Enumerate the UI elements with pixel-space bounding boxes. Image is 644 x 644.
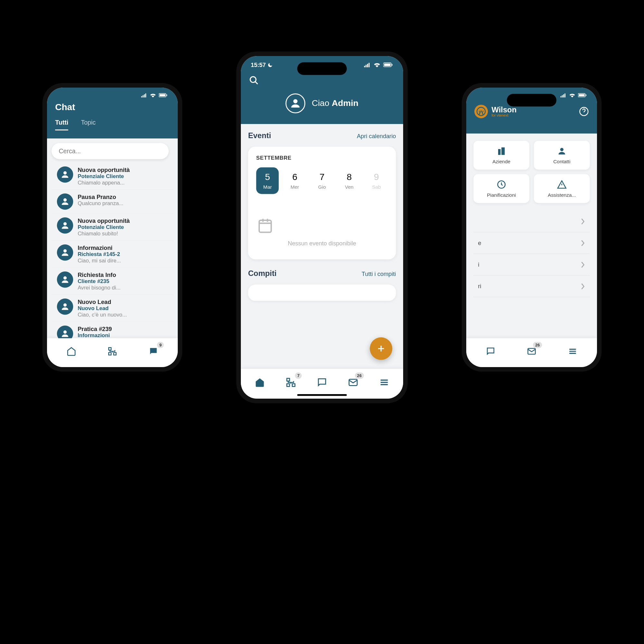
shortcut-alert[interactable]: Assistenza...: [534, 174, 590, 203]
chat-subtitle: Potenziale Cliente: [78, 224, 168, 231]
list-item-label: i: [478, 261, 479, 268]
list-item-label: ri: [478, 283, 481, 289]
chat-avatar: [57, 298, 73, 315]
chat-avatar: [57, 244, 73, 260]
user-avatar[interactable]: [286, 93, 306, 113]
svg-rect-16: [586, 94, 586, 96]
svg-rect-2: [166, 94, 167, 96]
svg-rect-15: [579, 94, 584, 96]
nav-mail[interactable]: 26: [346, 375, 360, 390]
compiti-card: [248, 285, 396, 301]
list-item[interactable]: [473, 211, 590, 232]
svg-rect-29: [259, 220, 271, 232]
tab-tutti[interactable]: Tutti: [55, 119, 68, 130]
structure-icon: [286, 377, 297, 388]
nav-home[interactable]: [253, 375, 267, 390]
chat-row[interactable]: Pratica #239 Informazioni Come sta andan…: [52, 322, 173, 338]
svg-rect-13: [109, 353, 111, 355]
shortcut-clock[interactable]: Pianificazioni: [473, 174, 529, 203]
search-button[interactable]: [249, 75, 259, 85]
day-number: 5: [258, 172, 277, 182]
nav-menu[interactable]: [566, 345, 580, 358]
add-button[interactable]: [370, 337, 392, 360]
calendar-day[interactable]: 6Mer: [283, 167, 306, 194]
day-name: Sab: [367, 184, 386, 190]
month-label: SETTEMBRE: [256, 155, 388, 161]
svg-rect-25: [384, 63, 391, 66]
page-title: Chat: [47, 100, 178, 116]
list-item[interactable]: e: [473, 232, 590, 254]
empty-events: Nessun evento disponibile: [256, 207, 388, 251]
chat-preview: Chiamalo appena...: [78, 180, 168, 186]
chat-row[interactable]: Informazioni Richiesta #145-2 Ciao, mi s…: [52, 241, 173, 268]
shortcut-company[interactable]: Aziende: [473, 141, 529, 170]
phone-right-mock: Wilson for vtenext AziendeContattiPianif…: [462, 83, 601, 372]
chat-title: Richiesta Info: [78, 271, 168, 278]
chat-title: Informazioni: [78, 244, 168, 251]
day-name: Ven: [340, 184, 359, 190]
wilson-logo-icon: [474, 105, 488, 118]
chat-title: Nuovo Lead: [78, 298, 168, 305]
chat-subtitle: Richiesta #145-2: [78, 251, 168, 258]
shortcuts-grid: AziendeContattiPianificazioniAssistenza.…: [473, 141, 590, 203]
chat-row[interactable]: Richiesta Info Cliente #235 Avrei bisogn…: [52, 268, 173, 295]
nav-structure[interactable]: [106, 345, 119, 358]
clock-icon: [497, 180, 507, 190]
tab-topic[interactable]: Topic: [81, 119, 96, 130]
mail-badge: 26: [533, 342, 542, 348]
chat-subtitle: Potenziale Cliente: [78, 173, 168, 180]
person-icon: [557, 146, 567, 156]
chat-title: Pratica #239: [78, 326, 168, 332]
svg-rect-12: [114, 353, 116, 355]
list-item[interactable]: i: [473, 254, 590, 276]
svg-rect-31: [292, 384, 295, 386]
greeting: Ciao Admin: [312, 99, 358, 109]
search-input[interactable]: [52, 143, 169, 159]
calendar-day[interactable]: 8Ven: [338, 167, 361, 194]
chat-title: Nuova opportunità: [78, 166, 168, 173]
nav-chat[interactable]: 9: [147, 345, 160, 358]
chat-subtitle: Informazioni: [78, 332, 168, 338]
chat-row[interactable]: Pausa Pranzo Qualcuno pranza...: [52, 190, 173, 214]
nav-home[interactable]: [64, 345, 78, 358]
nav-structure[interactable]: 7: [284, 375, 298, 390]
shortcut-person[interactable]: Contatti: [534, 141, 590, 170]
phone-left-mock: Chat Tutti Topic Nuova opportunità Poten…: [43, 83, 182, 372]
nav-menu[interactable]: [377, 375, 391, 390]
person-icon: [289, 97, 302, 109]
chat-list: Nuova opportunità Potenziale Cliente Chi…: [52, 159, 173, 338]
chevron-right-icon: [581, 218, 585, 225]
bottom-nav: 9: [47, 338, 178, 367]
day-number: 8: [340, 172, 359, 182]
open-calendar-link[interactable]: Apri calendario: [357, 133, 396, 139]
phone-center-main: 15:57 Ciao Admin: [236, 52, 408, 403]
chat-row[interactable]: Nuovo Lead Nuovo Lead Ciao, c'è un nuovo…: [52, 295, 173, 322]
chat-row[interactable]: Nuova opportunità Potenziale Cliente Chi…: [52, 163, 173, 190]
chat-icon: [317, 377, 327, 388]
calendar-day[interactable]: 5Mar: [256, 167, 279, 194]
help-button[interactable]: [579, 107, 589, 117]
nav-chat[interactable]: [315, 375, 329, 390]
chat-avatar: [57, 326, 73, 338]
chat-preview: Avrei bisogno di...: [78, 285, 168, 291]
svg-point-5: [63, 222, 67, 225]
chat-avatar: [57, 217, 73, 233]
day-number: 9: [367, 172, 386, 182]
svg-point-3: [63, 171, 67, 175]
calendar-day[interactable]: 7Gio: [311, 167, 334, 194]
list-item[interactable]: ri: [473, 276, 590, 297]
compiti-title: Compiti: [248, 269, 277, 278]
chevron-right-icon: [581, 283, 585, 289]
svg-point-4: [63, 198, 67, 202]
nav-chat[interactable]: [484, 345, 497, 358]
nav-mail[interactable]: 26: [525, 345, 538, 358]
calendar-icon: [256, 216, 274, 234]
chat-title: Nuova opportunità: [78, 217, 168, 224]
chat-row[interactable]: Nuova opportunità Potenziale Cliente Chi…: [52, 214, 173, 241]
chat-badge: 9: [157, 342, 164, 348]
svg-rect-26: [392, 64, 393, 66]
brand-sub: for vtenext: [491, 114, 516, 117]
calendar-day[interactable]: 9Sab: [365, 167, 388, 194]
chat-tabs: Tutti Topic: [47, 116, 178, 130]
all-tasks-link[interactable]: Tutti i compiti: [362, 270, 396, 277]
